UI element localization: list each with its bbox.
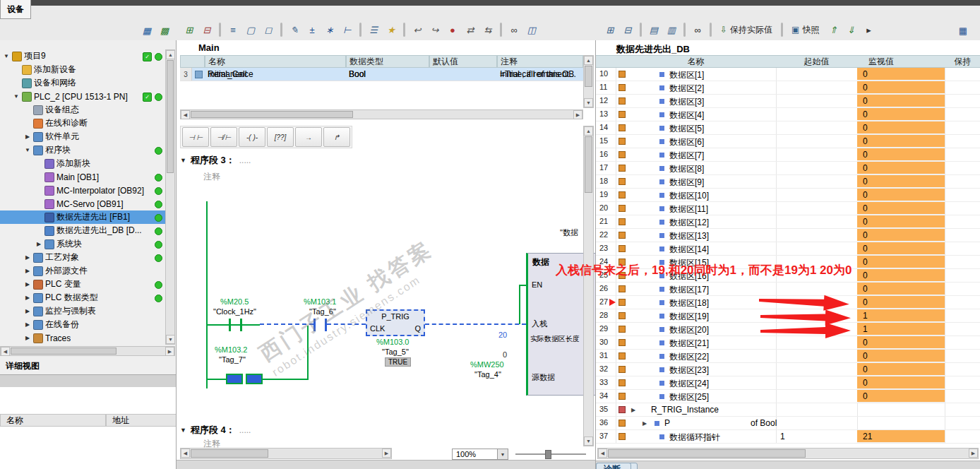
collapse-members-icon[interactable]: ⊟: [619, 21, 636, 38]
expand-arrow[interactable]: ▶: [24, 308, 31, 314]
tree-item[interactable]: 设备和网络 ✓: [0, 76, 165, 90]
absolute-symbolic-icon[interactable]: ≡: [225, 21, 241, 38]
member-name[interactable]: 数据区[23]: [669, 364, 709, 376]
collapse-icon[interactable]: ▼: [180, 427, 186, 434]
network3-comment-dots[interactable]: .....: [239, 155, 251, 165]
db-header-monitor[interactable]: 监视值: [857, 55, 945, 68]
member-name[interactable]: 数据循环指针: [669, 432, 720, 444]
scrollbar-thumb[interactable]: [585, 136, 592, 193]
favorites-icon[interactable]: ★: [383, 21, 400, 38]
member-name[interactable]: 数据区[11]: [669, 203, 708, 215]
db-header-start[interactable]: 起始值: [776, 55, 857, 68]
scroll-right-icon[interactable]: ▶: [382, 449, 391, 458]
operand-tag[interactable]: "Clock_1Hz": [213, 307, 256, 316]
detail-view-icon[interactable]: ▦: [138, 22, 155, 39]
tree-item[interactable]: MC-Servo [OB91] ✓: [0, 197, 165, 210]
tree-item[interactable]: ▶ 工艺对象 ✓: [0, 251, 165, 264]
fbd-box-star-icon[interactable]: ∗: [321, 21, 338, 38]
db-row[interactable]: 14 ▶ 数据区[5] 0: [596, 121, 980, 135]
iface-horizontal-scrollbar[interactable]: ◀ ▶: [180, 109, 583, 119]
length-pin[interactable]: 实际数据区长度: [530, 334, 580, 344]
member-name[interactable]: 数据区[6]: [669, 136, 704, 148]
open-branch-icon[interactable]: →: [295, 127, 322, 147]
db-row[interactable]: 35 ▶ R_TRIG_Instance: [596, 403, 980, 417]
scroll-up-icon[interactable]: ▲: [584, 56, 593, 65]
scroll-right-icon[interactable]: ▶: [969, 449, 978, 458]
contact-tag7-closed[interactable]: [226, 374, 243, 384]
iface-row[interactable]: 3 ▼ Remanence Bool =True, if remanent...: [180, 68, 583, 81]
keep-actual-values-button[interactable]: ⇩ 保持实际值: [715, 22, 777, 37]
toolbar-icon[interactable]: [280, 23, 282, 37]
tree-horizontal-scrollbar[interactable]: ◀ ▶: [0, 346, 175, 356]
member-name[interactable]: 数据区[14]: [669, 244, 709, 256]
expand-arrow[interactable]: ▶: [24, 281, 31, 287]
tree-item[interactable]: 设备组态 ✓: [0, 103, 165, 117]
iface-header-type[interactable]: 数据类型: [346, 55, 429, 68]
tree-item[interactable]: ▶ 系统块 ✓: [0, 237, 165, 251]
tree-item[interactable]: ▶ 外部源文件 ✓: [0, 264, 165, 278]
operand-address[interactable]: %MW250: [470, 360, 504, 369]
no-contact-icon[interactable]: ⊣ ⊢: [182, 127, 209, 147]
member-name[interactable]: 数据区[12]: [669, 217, 709, 229]
db-row[interactable]: 34 ▶ 数据区[25] 0: [596, 390, 980, 403]
zoom-slider-thumb[interactable]: [545, 450, 551, 459]
network-comments-icon[interactable]: ▢: [242, 21, 259, 38]
add-row-icon[interactable]: ▥: [663, 21, 680, 38]
editor-horizontal-scrollbar[interactable]: ◀ ▶: [180, 448, 392, 459]
tree-item[interactable]: ▶ 软件单元 ✓: [0, 130, 165, 143]
tree-item[interactable]: ▼ 程序块 ✓: [0, 143, 165, 157]
scroll-up-icon[interactable]: ▲: [166, 50, 175, 59]
load-snapshot-as-start-icon[interactable]: ⇑: [825, 21, 842, 38]
scroll-left-icon[interactable]: ◀: [181, 449, 190, 458]
db-row[interactable]: 21 ▶ 数据区[12] 0: [596, 215, 980, 229]
member-name[interactable]: 数据区[4]: [669, 109, 704, 121]
insert-network-icon[interactable]: ⊞: [181, 21, 198, 38]
db-row[interactable]: 19 ▶ 数据区[10] 0: [596, 189, 980, 202]
split-editor-icon[interactable]: ◫: [523, 21, 540, 38]
tree-vertical-scrollbar[interactable]: ▲ ▼: [165, 49, 175, 345]
monitoring-onoff-icon[interactable]: ∞: [506, 21, 522, 38]
db-row[interactable]: 10 ▶ 数据区[1] 0: [596, 68, 980, 81]
db-header-name[interactable]: 名称: [616, 55, 776, 68]
scrollbar-thumb[interactable]: [191, 111, 353, 118]
monitor-all-icon[interactable]: ∞: [689, 21, 706, 38]
db-header-retain[interactable]: 保持: [945, 55, 980, 68]
nc-contact-icon[interactable]: ⊣/⊢: [210, 127, 237, 147]
tree-item[interactable]: ▶ Traces ✓: [0, 331, 165, 345]
coil-icon[interactable]: -( )-: [239, 127, 265, 147]
member-name[interactable]: P: [664, 418, 670, 428]
db-row[interactable]: 22 ▶ 数据区[13] 0: [596, 229, 980, 242]
tree-item[interactable]: ▶ 在线备份 ✓: [0, 318, 165, 331]
network4-comment-dots[interactable]: .....: [239, 425, 251, 435]
db-horizontal-scrollbar[interactable]: ◀ ▶: [597, 448, 979, 459]
detail-name-column-header[interactable]: 名称: [0, 414, 106, 427]
tree-item[interactable]: ▶ 监控与强制表 ✓: [0, 304, 165, 318]
expand-collapse-networks-icon[interactable]: ☰: [365, 21, 382, 38]
scroll-right-icon[interactable]: ▶: [165, 347, 174, 356]
member-name[interactable]: 数据区[22]: [669, 351, 709, 363]
operand-tag[interactable]: "Tag_5": [382, 348, 409, 356]
member-name[interactable]: 数据区[24]: [669, 378, 709, 390]
member-name[interactable]: 数据区[13]: [669, 230, 709, 242]
member-name[interactable]: 数据区[1]: [669, 69, 704, 81]
operand-tag[interactable]: "Tag_6": [309, 307, 336, 316]
toolbar-icon[interactable]: [219, 23, 221, 37]
iface-header-name[interactable]: 名称: [205, 55, 346, 68]
tree-item[interactable]: 添加新块 ✓: [0, 157, 165, 170]
free-comment-icon[interactable]: ◻: [260, 21, 277, 38]
tree-item[interactable]: 数据先进先出_DB [D... ✓: [0, 224, 165, 237]
source-pin[interactable]: 源数据: [532, 372, 555, 383]
inspector-tab[interactable]: 诊断: [596, 463, 631, 469]
iface-header-default[interactable]: 默认值: [429, 55, 497, 68]
variable-name[interactable]: Remanence: [208, 69, 253, 79]
member-name[interactable]: 数据区[3]: [669, 96, 704, 108]
db-row[interactable]: 17 ▶ 数据区[8] 0: [596, 162, 980, 175]
empty-box-icon[interactable]: [??]: [267, 127, 294, 147]
ptrig-clk-pin[interactable]: CLK: [370, 324, 385, 333]
db-row[interactable]: 15 ▶ 数据区[6] 0: [596, 135, 980, 148]
operand-address[interactable]: %M103.2: [215, 345, 247, 354]
toolbar-icon[interactable]: [500, 23, 502, 37]
expand-arrow[interactable]: ▼: [24, 147, 31, 153]
toolbar-icon[interactable]: [710, 23, 712, 37]
go-to-previous-jump-icon[interactable]: ↩: [409, 21, 426, 38]
